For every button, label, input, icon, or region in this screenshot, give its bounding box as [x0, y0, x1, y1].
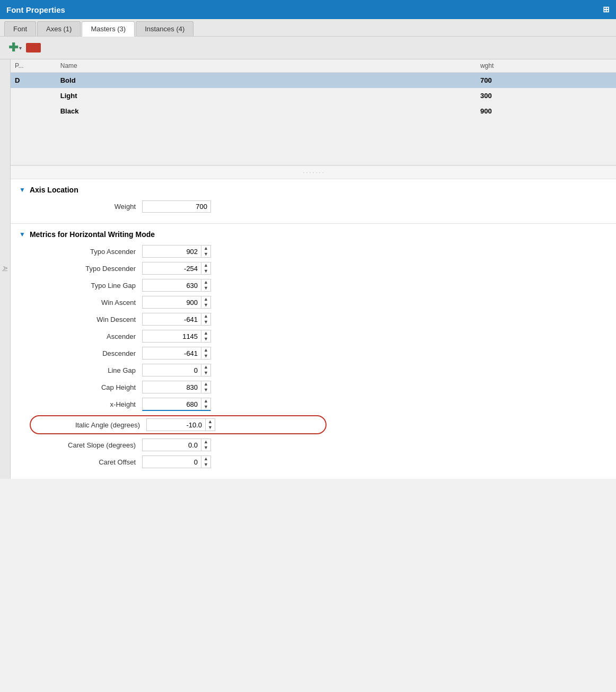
remove-button[interactable] [26, 43, 41, 52]
divider-dots: · · · · · · · [11, 165, 616, 179]
cap-height-input[interactable] [143, 382, 201, 393]
spin-up[interactable]: ▲ [201, 456, 210, 462]
typo-descender-input[interactable] [143, 263, 201, 274]
pin-icon[interactable]: ⊞ [603, 5, 610, 14]
chevron-down-icon-metrics[interactable]: ▼ [19, 231, 25, 238]
tab-instances[interactable]: Instances (4) [136, 21, 193, 36]
col-header-wght: wght [476, 59, 616, 73]
win-ascent-row: Win Ascent ▲ ▼ [19, 296, 608, 309]
spin-up[interactable]: ▲ [201, 439, 210, 445]
spin-up[interactable]: ▲ [201, 347, 210, 353]
win-ascent-input[interactable] [143, 297, 201, 308]
win-descent-input-wrap: ▲ ▼ [142, 313, 211, 326]
caret-offset-input[interactable] [143, 457, 201, 468]
masters-table-area: P... Name wght D Bold 700 L [11, 59, 616, 165]
row-wght: 300 [476, 88, 616, 103]
win-descent-row: Win Descent ▲ ▼ [19, 313, 608, 326]
row-name: Bold [56, 73, 476, 89]
spin-up[interactable]: ▲ [201, 296, 210, 302]
weight-input[interactable] [143, 201, 210, 212]
weight-input-wrap [142, 200, 211, 213]
weight-label: Weight [30, 203, 136, 211]
caret-offset-spinner: ▲ ▼ [201, 456, 210, 468]
spin-up[interactable]: ▲ [201, 398, 210, 404]
ascender-label: Ascender [30, 332, 136, 340]
x-height-spinner: ▲ ▼ [201, 398, 210, 410]
tab-axes[interactable]: Axes (1) [37, 21, 81, 36]
axis-location-title: Axis Location [30, 186, 78, 194]
x-height-input[interactable] [143, 399, 201, 410]
typo-line-gap-row: Typo Line Gap ▲ ▼ [19, 279, 608, 292]
table-row[interactable]: Black 900 [11, 103, 616, 119]
caret-offset-row: Caret Offset ▲ ▼ [19, 456, 608, 468]
ascender-input[interactable] [143, 331, 201, 342]
x-height-input-wrap: ▲ ▼ [142, 398, 211, 411]
typo-ascender-row: Typo Ascender ▲ ▼ [19, 245, 608, 258]
win-descent-input[interactable] [143, 314, 201, 325]
line-gap-row: Line Gap ▲ ▼ [19, 364, 608, 376]
content-area: P... Name wght D Bold 700 L [11, 59, 616, 479]
italic-angle-label: Italic Angle (degrees) [35, 421, 140, 429]
caret-slope-spinner: ▲ ▼ [201, 439, 210, 451]
metrics-header: ▼ Metrics for Horizontal Writing Mode [19, 230, 608, 239]
win-ascent-input-wrap: ▲ ▼ [142, 296, 211, 309]
add-button[interactable]: ✚ ▾ [6, 41, 24, 55]
spin-up[interactable]: ▲ [201, 246, 210, 251]
title-bar: Font Properties ⊞ [0, 0, 616, 19]
main-layout: A| P... Name wght D [0, 59, 616, 479]
spin-down[interactable]: ▼ [201, 353, 210, 359]
col-header-name: Name [56, 59, 476, 73]
spin-down[interactable]: ▼ [201, 336, 210, 342]
spin-up[interactable]: ▲ [201, 313, 210, 319]
typo-line-gap-input[interactable] [143, 280, 201, 291]
spin-down[interactable]: ▼ [201, 319, 210, 325]
tab-font[interactable]: Font [4, 21, 36, 36]
spin-down[interactable]: ▼ [201, 445, 210, 451]
metrics-title: Metrics for Horizontal Writing Mode [30, 230, 155, 239]
caret-offset-label: Caret Offset [30, 458, 136, 466]
descender-input[interactable] [143, 348, 201, 359]
row-p [11, 103, 56, 119]
table-row[interactable]: D Bold 700 [11, 73, 616, 89]
line-gap-spinner: ▲ ▼ [201, 364, 210, 376]
spin-down[interactable]: ▼ [201, 370, 210, 376]
cap-height-spinner: ▲ ▼ [201, 381, 210, 393]
spin-down[interactable]: ▼ [201, 462, 210, 468]
table-row[interactable]: Light 300 [11, 88, 616, 103]
spin-down[interactable]: ▼ [201, 268, 210, 274]
tab-masters[interactable]: Masters (3) [82, 21, 135, 37]
spin-down[interactable]: ▼ [201, 404, 210, 410]
chevron-down-icon[interactable]: ▼ [19, 186, 25, 194]
side-accent: A| [0, 59, 11, 479]
win-descent-spinner: ▲ ▼ [201, 313, 210, 325]
row-p [11, 88, 56, 103]
win-ascent-label: Win Ascent [30, 299, 136, 306]
spin-down[interactable]: ▼ [201, 251, 210, 257]
ascender-input-wrap: ▲ ▼ [142, 330, 211, 343]
caret-slope-input[interactable] [143, 440, 201, 451]
cap-height-row: Cap Height ▲ ▼ [19, 381, 608, 393]
spin-up[interactable]: ▲ [201, 330, 210, 336]
spin-down[interactable]: ▼ [201, 302, 210, 308]
dropdown-arrow-icon: ▾ [19, 45, 22, 51]
descender-label: Descender [30, 349, 136, 357]
weight-field-row: Weight [19, 200, 608, 213]
spin-up[interactable]: ▲ [206, 419, 215, 425]
spin-up[interactable]: ▲ [201, 381, 210, 387]
spin-up[interactable]: ▲ [201, 364, 210, 370]
italic-angle-highlight-box: Italic Angle (degrees) ▲ ▼ [30, 415, 327, 434]
typo-line-gap-label: Typo Line Gap [30, 282, 136, 290]
typo-ascender-input[interactable] [143, 246, 201, 257]
spin-up[interactable]: ▲ [201, 262, 210, 268]
line-gap-input[interactable] [143, 365, 201, 376]
caret-slope-input-wrap: ▲ ▼ [142, 439, 211, 451]
spin-down[interactable]: ▼ [201, 285, 210, 291]
tab-bar: Font Axes (1) Masters (3) Instances (4) [0, 19, 616, 37]
spin-down[interactable]: ▼ [201, 387, 210, 393]
descender-spinner: ▲ ▼ [201, 347, 210, 359]
italic-angle-input[interactable] [147, 419, 205, 431]
spin-down[interactable]: ▼ [206, 425, 215, 431]
spin-up[interactable]: ▲ [201, 279, 210, 285]
typo-ascender-label: Typo Ascender [30, 248, 136, 256]
row-p: D [11, 73, 56, 89]
